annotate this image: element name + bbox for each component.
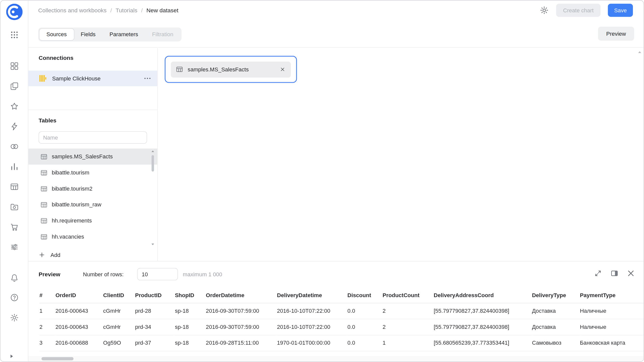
rows-count-input[interactable] [137, 268, 178, 280]
tables-title: Tables [38, 117, 56, 123]
column-header: OrderDatetime [206, 288, 277, 303]
dataset-tabs: Sources Fields Parameters Filtration [38, 27, 182, 41]
collections-icon[interactable] [10, 82, 19, 91]
top-bar-actions: Create chart Save [540, 4, 633, 17]
column-header: Discount [347, 288, 383, 303]
table-list-item[interactable]: bibattle.tourism_raw [28, 197, 157, 213]
breadcrumb-tutorials[interactable]: Tutorials [115, 7, 137, 14]
table-cell: 2016-000643 [55, 319, 103, 335]
breadcrumb-collections[interactable]: Collections and workbooks [38, 7, 107, 14]
preview-title: Preview [38, 271, 60, 278]
bell-icon[interactable] [10, 273, 19, 282]
close-preview-icon[interactable] [627, 269, 635, 278]
horizontal-scrollbar[interactable] [28, 356, 644, 362]
add-table-button[interactable]: Add [38, 249, 60, 261]
top-bar: Collections and workbooks / Tutorials / … [28, 1, 644, 20]
table-icon [40, 217, 48, 224]
table-cell: 2016-09-30T07:59:00 [206, 303, 277, 319]
charts-icon[interactable] [10, 162, 19, 171]
table-list-item[interactable]: hh.vacancies [28, 229, 157, 245]
table-cell: Og59O [103, 335, 135, 351]
datalens-logo[interactable] [6, 4, 22, 20]
services-icon[interactable] [10, 142, 19, 151]
table-row: 1 2016-000643 cGmHr prd-28 sp-18 2016-09… [39, 303, 644, 319]
table-list-item-selected[interactable]: samples.MS_SalesFacts [28, 149, 157, 165]
settings-sliders-icon[interactable] [10, 243, 19, 252]
table-icon [40, 185, 48, 192]
column-header: OrderID [55, 288, 103, 303]
gear-icon[interactable] [10, 313, 19, 322]
dashboards-icon[interactable] [10, 62, 19, 71]
help-icon[interactable] [10, 293, 19, 302]
tables-list: samples.MS_SalesFacts bibattle.tourism b… [28, 149, 157, 245]
table-row: 2 2016-000643 cGmHr prd-34 sp-18 2016-09… [39, 319, 644, 335]
fullscreen-icon[interactable] [594, 269, 602, 278]
apps-grid-icon[interactable] [10, 30, 19, 39]
preview-panel: Preview Number of rows: maximum 1 000 # … [28, 261, 644, 361]
dataset-settings-gear-icon[interactable] [540, 6, 549, 15]
connections-icon[interactable] [10, 122, 19, 131]
datasets-icon[interactable] [10, 182, 19, 191]
source-chip-selection-ring: samples.MS_SalesFacts [165, 56, 297, 83]
table-cell: Доставка [532, 303, 580, 319]
panel-divider [28, 110, 157, 110]
table-icon [176, 66, 183, 73]
table-name: hh.vacancies [52, 234, 84, 240]
table-name: samples.MS_SalesFacts [52, 154, 113, 160]
table-cell: 1 [39, 303, 56, 319]
table-name: bibattle.tourism_raw [52, 202, 101, 208]
page-scroll-up-icon[interactable] [638, 51, 642, 54]
table-list-item[interactable]: bibattle.tourism2 [28, 180, 157, 197]
scrollbar-thumb[interactable] [151, 155, 154, 171]
table-cell: Самовывоз [532, 335, 580, 351]
tab-fields[interactable]: Fields [74, 29, 102, 40]
create-chart-button[interactable]: Create chart [556, 4, 600, 17]
remove-source-icon[interactable] [277, 64, 288, 75]
table-cell: sp-18 [175, 319, 206, 335]
preview-table: # OrderID ClientID ProductID ShopID Orde… [39, 288, 644, 351]
favorites-icon[interactable] [10, 102, 19, 111]
sources-canvas: samples.MS_SalesFacts [158, 48, 644, 261]
preview-panel-actions [594, 269, 635, 278]
table-cell: [55.797790827,37.824400398] [434, 319, 532, 335]
table-icon [40, 201, 48, 208]
storage-icon[interactable] [10, 202, 19, 211]
expand-sidebar-icon[interactable] [9, 353, 14, 359]
split-view-icon[interactable] [610, 269, 619, 278]
preview-toggle-button[interactable]: Preview [598, 27, 634, 41]
connection-menu-icon[interactable] [143, 74, 152, 83]
tables-scrollbar[interactable] [150, 150, 155, 246]
table-name: hh.requirements [52, 217, 92, 223]
save-button[interactable]: Save [608, 4, 633, 17]
column-header: # [39, 288, 56, 303]
table-list-item[interactable]: bibattle.tourism [28, 165, 157, 181]
app-window: Collections and workbooks / Tutorials / … [0, 0, 644, 362]
table-cell: 1 [383, 335, 434, 351]
table-cell: sp-18 [175, 335, 206, 351]
scroll-down-icon[interactable] [151, 243, 154, 246]
scaled-stage: Collections and workbooks / Tutorials / … [0, 0, 644, 362]
source-chip[interactable]: samples.MS_SalesFacts [171, 61, 291, 77]
table-cell: [55.680565239,37.773353441] [434, 335, 532, 351]
tab-filtration[interactable]: Filtration [145, 29, 180, 40]
left-rail [1, 1, 28, 362]
table-cell: 2016-000643 [55, 303, 103, 319]
table-search-input[interactable] [38, 131, 147, 144]
scrollbar-thumb[interactable] [42, 357, 73, 360]
tab-parameters[interactable]: Parameters [102, 29, 145, 40]
table-cell: 1970-01-01T00:00:00 [277, 335, 347, 351]
table-cell: prd-37 [135, 335, 175, 351]
tab-sources[interactable]: Sources [39, 29, 74, 40]
table-list-item[interactable]: hh.requirements [28, 213, 157, 229]
table-icon [40, 233, 48, 240]
marketplace-icon[interactable] [10, 222, 19, 232]
column-header: ProductCount [383, 288, 434, 303]
table-name: bibattle.tourism [52, 169, 89, 175]
connection-name: Sample ClickHouse [52, 75, 100, 81]
connections-title: Connections [38, 55, 73, 61]
scroll-up-icon[interactable] [151, 150, 154, 153]
table-cell: 0.0 [347, 303, 383, 319]
connection-item-sample-clickhouse[interactable]: Sample ClickHouse [28, 71, 157, 86]
table-cell: 3 [39, 335, 56, 351]
sources-side-panel: Connections Sample ClickHouse Tables sam… [28, 48, 158, 261]
